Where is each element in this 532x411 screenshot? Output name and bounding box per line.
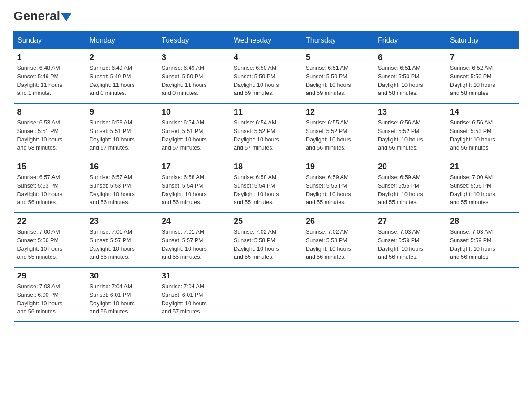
calendar-week-row: 1Sunrise: 6:48 AMSunset: 5:49 PMDaylight… [14, 49, 519, 104]
day-info: Sunrise: 7:04 AMSunset: 6:01 PMDaylight:… [162, 283, 226, 316]
calendar-cell: 10Sunrise: 6:54 AMSunset: 5:51 PMDayligh… [158, 103, 230, 158]
calendar-cell [302, 267, 374, 322]
day-number: 9 [90, 107, 154, 117]
day-number: 14 [450, 107, 515, 117]
day-number: 19 [306, 162, 370, 171]
header-day: Wednesday [230, 32, 302, 49]
day-number: 11 [234, 107, 298, 117]
day-info: Sunrise: 6:51 AMSunset: 5:50 PMDaylight:… [378, 64, 442, 98]
day-number: 21 [450, 162, 515, 171]
day-number: 29 [17, 271, 82, 281]
calendar-cell: 13Sunrise: 6:56 AMSunset: 5:52 PMDayligh… [374, 103, 446, 158]
day-number: 31 [162, 271, 226, 281]
day-info: Sunrise: 6:54 AMSunset: 5:51 PMDaylight:… [162, 119, 226, 152]
header-day: Friday [374, 32, 446, 49]
calendar-header: SundayMondayTuesdayWednesdayThursdayFrid… [14, 32, 519, 49]
logo: General [13, 9, 72, 22]
calendar-cell [230, 267, 302, 322]
calendar-week-row: 22Sunrise: 7:00 AMSunset: 5:56 PMDayligh… [14, 213, 519, 267]
logo-general: General [13, 9, 60, 23]
calendar-week-row: 29Sunrise: 7:03 AMSunset: 6:00 PMDayligh… [14, 267, 519, 322]
header-row: SundayMondayTuesdayWednesdayThursdayFrid… [14, 32, 519, 49]
day-info: Sunrise: 6:58 AMSunset: 5:54 PMDaylight:… [162, 173, 226, 207]
header-day: Monday [86, 32, 158, 49]
header-day: Thursday [302, 32, 374, 49]
calendar-cell: 26Sunrise: 7:02 AMSunset: 5:58 PMDayligh… [302, 213, 374, 267]
calendar-cell: 12Sunrise: 6:55 AMSunset: 5:52 PMDayligh… [302, 103, 374, 158]
day-number: 27 [378, 217, 442, 226]
day-number: 8 [17, 107, 82, 117]
header-day: Sunday [14, 32, 86, 49]
calendar-week-row: 15Sunrise: 6:57 AMSunset: 5:53 PMDayligh… [14, 158, 519, 213]
calendar-cell [374, 267, 446, 322]
calendar-cell: 31Sunrise: 7:04 AMSunset: 6:01 PMDayligh… [158, 267, 230, 322]
calendar-body: 1Sunrise: 6:48 AMSunset: 5:49 PMDaylight… [14, 49, 519, 322]
day-info: Sunrise: 6:57 AMSunset: 5:53 PMDaylight:… [17, 173, 82, 207]
calendar-table: SundayMondayTuesdayWednesdayThursdayFrid… [13, 31, 519, 322]
day-number: 7 [450, 53, 515, 62]
day-number: 1 [17, 53, 82, 62]
day-info: Sunrise: 6:56 AMSunset: 5:52 PMDaylight:… [378, 119, 442, 152]
day-number: 28 [450, 217, 515, 226]
day-number: 30 [90, 271, 154, 281]
day-info: Sunrise: 6:55 AMSunset: 5:52 PMDaylight:… [306, 119, 370, 152]
day-info: Sunrise: 7:01 AMSunset: 5:57 PMDaylight:… [90, 228, 154, 261]
calendar-cell: 14Sunrise: 6:56 AMSunset: 5:53 PMDayligh… [446, 103, 519, 158]
calendar-cell: 17Sunrise: 6:58 AMSunset: 5:54 PMDayligh… [158, 158, 230, 213]
day-number: 13 [378, 107, 442, 117]
calendar-cell: 27Sunrise: 7:03 AMSunset: 5:59 PMDayligh… [374, 213, 446, 267]
day-number: 16 [90, 162, 154, 171]
header-day: Saturday [446, 32, 519, 49]
day-number: 24 [162, 217, 226, 226]
day-info: Sunrise: 6:48 AMSunset: 5:49 PMDaylight:… [17, 64, 82, 98]
calendar-cell: 8Sunrise: 6:53 AMSunset: 5:51 PMDaylight… [14, 103, 86, 158]
calendar-cell: 3Sunrise: 6:49 AMSunset: 5:50 PMDaylight… [158, 49, 230, 104]
calendar-cell: 6Sunrise: 6:51 AMSunset: 5:50 PMDaylight… [374, 49, 446, 104]
day-number: 23 [90, 217, 154, 226]
logo-triangle-icon [61, 13, 72, 21]
calendar-cell: 19Sunrise: 6:59 AMSunset: 5:55 PMDayligh… [302, 158, 374, 213]
calendar-cell: 22Sunrise: 7:00 AMSunset: 5:56 PMDayligh… [14, 213, 86, 267]
day-info: Sunrise: 6:59 AMSunset: 5:55 PMDaylight:… [306, 173, 370, 207]
day-info: Sunrise: 7:02 AMSunset: 5:58 PMDaylight:… [234, 228, 298, 261]
day-info: Sunrise: 6:59 AMSunset: 5:55 PMDaylight:… [378, 173, 442, 207]
day-info: Sunrise: 6:57 AMSunset: 5:53 PMDaylight:… [90, 173, 154, 207]
calendar-cell: 2Sunrise: 6:49 AMSunset: 5:49 PMDaylight… [86, 49, 158, 104]
day-info: Sunrise: 7:00 AMSunset: 5:56 PMDaylight:… [17, 228, 82, 261]
day-number: 2 [90, 53, 154, 62]
day-number: 6 [378, 53, 442, 62]
day-number: 3 [162, 53, 226, 62]
day-number: 26 [306, 217, 370, 226]
day-info: Sunrise: 6:50 AMSunset: 5:50 PMDaylight:… [234, 64, 298, 98]
day-info: Sunrise: 6:54 AMSunset: 5:52 PMDaylight:… [234, 119, 298, 152]
calendar-cell: 1Sunrise: 6:48 AMSunset: 5:49 PMDaylight… [14, 49, 86, 104]
calendar-cell: 23Sunrise: 7:01 AMSunset: 5:57 PMDayligh… [86, 213, 158, 267]
page-header: General [13, 9, 519, 22]
calendar-cell: 9Sunrise: 6:53 AMSunset: 5:51 PMDaylight… [86, 103, 158, 158]
day-info: Sunrise: 6:56 AMSunset: 5:53 PMDaylight:… [450, 119, 515, 152]
calendar-cell: 7Sunrise: 6:52 AMSunset: 5:50 PMDaylight… [446, 49, 519, 104]
day-info: Sunrise: 6:49 AMSunset: 5:49 PMDaylight:… [90, 64, 154, 98]
calendar-cell: 15Sunrise: 6:57 AMSunset: 5:53 PMDayligh… [14, 158, 86, 213]
day-info: Sunrise: 7:03 AMSunset: 5:59 PMDaylight:… [378, 228, 442, 261]
day-number: 18 [234, 162, 298, 171]
day-info: Sunrise: 6:52 AMSunset: 5:50 PMDaylight:… [450, 64, 515, 98]
header-day: Tuesday [158, 32, 230, 49]
day-info: Sunrise: 6:53 AMSunset: 5:51 PMDaylight:… [17, 119, 82, 152]
day-number: 12 [306, 107, 370, 117]
day-info: Sunrise: 6:58 AMSunset: 5:54 PMDaylight:… [234, 173, 298, 207]
calendar-week-row: 8Sunrise: 6:53 AMSunset: 5:51 PMDaylight… [14, 103, 519, 158]
day-info: Sunrise: 7:03 AMSunset: 5:59 PMDaylight:… [450, 228, 515, 261]
logo-text: General [13, 9, 72, 23]
day-info: Sunrise: 7:03 AMSunset: 6:00 PMDaylight:… [17, 283, 82, 316]
day-info: Sunrise: 7:00 AMSunset: 5:56 PMDaylight:… [450, 173, 515, 207]
day-number: 22 [17, 217, 82, 226]
calendar-cell: 29Sunrise: 7:03 AMSunset: 6:00 PMDayligh… [14, 267, 86, 322]
calendar-cell: 30Sunrise: 7:04 AMSunset: 6:01 PMDayligh… [86, 267, 158, 322]
day-number: 5 [306, 53, 370, 62]
day-number: 25 [234, 217, 298, 226]
day-info: Sunrise: 7:02 AMSunset: 5:58 PMDaylight:… [306, 228, 370, 261]
calendar-cell: 28Sunrise: 7:03 AMSunset: 5:59 PMDayligh… [446, 213, 519, 267]
calendar-cell: 21Sunrise: 7:00 AMSunset: 5:56 PMDayligh… [446, 158, 519, 213]
day-info: Sunrise: 6:51 AMSunset: 5:50 PMDaylight:… [306, 64, 370, 98]
